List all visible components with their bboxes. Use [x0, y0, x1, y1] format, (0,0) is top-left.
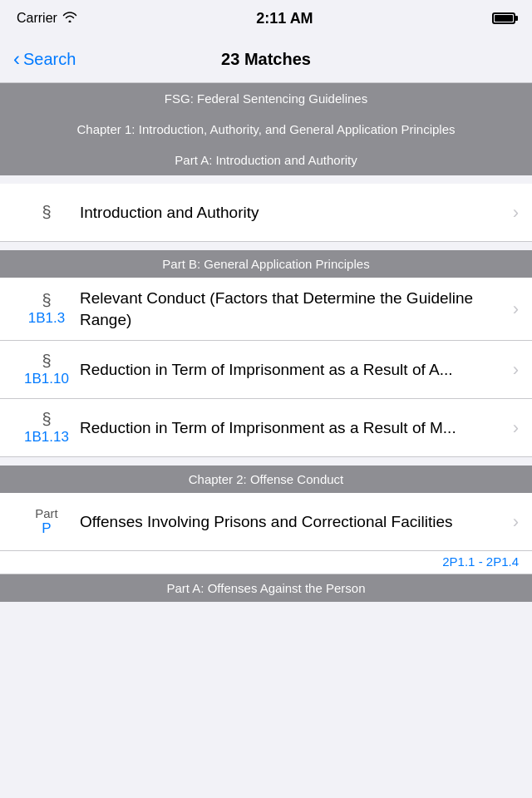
- list-item-1b110[interactable]: § 1B1.10 Reduction in Term of Imprisonme…: [0, 341, 532, 399]
- battery-area: [492, 12, 515, 24]
- chevron-icon-1b110: ›: [513, 359, 519, 381]
- item-part-letter: P: [42, 520, 51, 537]
- list-item-intro[interactable]: § Introduction and Authority ›: [0, 184, 532, 242]
- separator-1: [0, 175, 532, 184]
- chevron-icon-1b13: ›: [513, 298, 519, 320]
- section-header-chapter2: Chapter 2: Offense Conduct: [0, 466, 532, 493]
- carrier-label: Carrier: [17, 11, 57, 26]
- carrier-area: Carrier: [17, 11, 77, 26]
- chevron-icon-offense: ›: [513, 511, 519, 533]
- item-text-1b110: Reduction in Term of Imprisonment as a R…: [80, 359, 513, 381]
- item-code-1b13: 1B1.3: [28, 310, 65, 327]
- section-symbol-1b13: §: [42, 291, 51, 310]
- time-display: 2:11 AM: [256, 10, 313, 27]
- item-left-1b113: § 1B1.13: [13, 410, 80, 446]
- breadcrumb-partA-text: Part A: Introduction and Authority: [13, 151, 519, 169]
- breadcrumb-partA: Part A: Introduction and Authority: [0, 145, 532, 175]
- wifi-icon: [62, 11, 77, 26]
- item-part-label: Part: [35, 506, 58, 520]
- item-left-1b13: § 1B1.3: [13, 291, 80, 327]
- section-symbol-intro: §: [42, 203, 51, 222]
- section-header-bottom: Part A: Offenses Against the Person: [0, 574, 532, 602]
- item-text-1b113: Reduction in Term of Imprisonment as a R…: [80, 417, 513, 439]
- back-chevron-icon: ‹: [13, 49, 20, 69]
- chevron-icon-intro: ›: [513, 202, 519, 224]
- item-text-intro: Introduction and Authority: [80, 202, 513, 224]
- nav-bar: ‹ Search 23 Matches: [0, 37, 532, 83]
- separator-3: [0, 457, 532, 466]
- nav-title: 23 Matches: [221, 50, 311, 69]
- section-symbol-1b113: §: [42, 410, 51, 429]
- item-code-1b113: 1B1.13: [24, 429, 69, 446]
- item-text-1b13: Relevant Conduct (Factors that Determine…: [80, 288, 513, 330]
- breadcrumb-fsg: FSG: Federal Sentencing Guidelines: [0, 83, 532, 114]
- battery-icon: [492, 12, 515, 24]
- item-text-offense: Offenses Involving Prisons and Correctio…: [80, 511, 513, 533]
- breadcrumb-fsg-text: FSG: Federal Sentencing Guidelines: [13, 90, 519, 107]
- chevron-icon-1b113: ›: [513, 417, 519, 439]
- back-label: Search: [23, 50, 76, 69]
- back-button[interactable]: ‹ Search: [13, 50, 76, 69]
- sub-ref-offense: 2P1.1 - 2P1.4: [0, 551, 532, 574]
- separator-2: [0, 242, 532, 250]
- section-symbol-1b110: §: [42, 352, 51, 371]
- breadcrumb-chapter1: Chapter 1: Introduction, Authority, and …: [0, 114, 532, 145]
- section-header-partB: Part B: General Application Principles: [0, 250, 532, 278]
- item-left-offense: Part P: [13, 506, 80, 537]
- breadcrumb-chapter1-text: Chapter 1: Introduction, Authority, and …: [13, 121, 519, 138]
- list-item-1b113[interactable]: § 1B1.13 Reduction in Term of Imprisonme…: [0, 399, 532, 457]
- list-item-offense[interactable]: Part P Offenses Involving Prisons and Co…: [0, 493, 532, 551]
- item-left-intro: §: [13, 203, 80, 222]
- item-code-1b110: 1B1.10: [24, 371, 69, 387]
- list-item-1b13[interactable]: § 1B1.3 Relevant Conduct (Factors that D…: [0, 278, 532, 341]
- item-left-1b110: § 1B1.10: [13, 352, 80, 387]
- status-bar: Carrier 2:11 AM: [0, 0, 532, 37]
